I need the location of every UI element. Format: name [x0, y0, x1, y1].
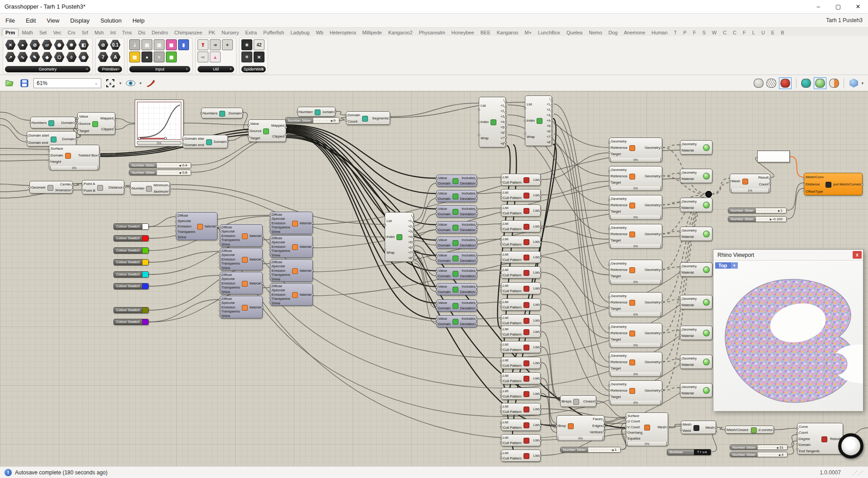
divide-domain[interactable]: DomainCountSegments — [346, 111, 390, 125]
preview-mode-selected[interactable] — [814, 77, 826, 89]
tab-w[interactable]: W — [709, 29, 720, 36]
port-in[interactable] — [219, 231, 221, 233]
port-in[interactable] — [384, 249, 386, 251]
port-out[interactable] — [311, 222, 314, 224]
port-in[interactable] — [247, 124, 250, 127]
colour-swatch-2[interactable]: Colour Swatch — [113, 235, 149, 241]
menu-view[interactable]: View — [41, 15, 65, 26]
port-in[interactable] — [680, 429, 682, 431]
custom-preview-8[interactable]: GeometryMaterial — [680, 355, 712, 369]
cull-pattern-8[interactable]: ListCull PatternList — [501, 282, 541, 294]
port-in[interactable] — [48, 154, 50, 156]
port-in[interactable] — [679, 330, 681, 332]
port-out[interactable] — [539, 272, 542, 274]
port-out[interactable] — [551, 135, 553, 137]
port-in[interactable] — [219, 255, 221, 257]
port-in[interactable] — [625, 416, 627, 419]
tab-dis[interactable]: Dis — [135, 29, 149, 36]
number-slider-9[interactable]: Number Slider9 — [285, 117, 340, 123]
item-picker-icon[interactable]: ≡ — [154, 52, 165, 62]
port-in[interactable] — [729, 180, 731, 182]
port-out[interactable] — [476, 208, 478, 211]
material-b3[interactable]: DiffuseSpecularEmissionTransparencyShine… — [220, 272, 263, 294]
tab-e[interactable]: E — [768, 29, 778, 36]
spiderweb-42-icon[interactable]: 42 — [254, 39, 264, 50]
cull-pattern-6[interactable]: ListCull PatternList — [501, 251, 541, 263]
port-out[interactable] — [216, 225, 218, 227]
rhino-viewport-window[interactable]: Rhino Viewport x Top ▼ — [713, 249, 863, 411]
palette-group-expand[interactable]: + — [118, 67, 120, 71]
port-out[interactable] — [661, 301, 663, 303]
port-in[interactable] — [435, 274, 438, 277]
orient-7[interactable]: GeometryReferenceTargetGeometry0% — [609, 323, 662, 347]
port-in[interactable] — [608, 238, 610, 240]
param-rectangle-icon[interactable]: ▱ — [42, 39, 52, 50]
port-out[interactable] — [505, 121, 507, 123]
relay-icon[interactable]: ➜ — [210, 39, 221, 50]
md-slider-icon[interactable]: ▦ — [166, 39, 177, 50]
port-in[interactable] — [625, 431, 627, 433]
port-in[interactable] — [559, 400, 561, 402]
list-item-main[interactable]: ListIndexWrapi+1+2+3+4+5+6+7+8 — [385, 212, 414, 262]
port-in[interactable] — [26, 141, 28, 143]
preview-eye-icon[interactable] — [125, 78, 136, 89]
cull-pattern-4[interactable]: ListCull PatternList — [501, 220, 541, 232]
port-in[interactable] — [500, 364, 502, 366]
tab-f[interactable]: F — [690, 29, 699, 36]
swatch-color[interactable] — [142, 284, 148, 289]
palette-group-expand[interactable]: + — [261, 67, 264, 71]
swatch-color[interactable] — [142, 308, 148, 313]
port-in[interactable] — [803, 183, 805, 185]
port-in[interactable] — [608, 199, 610, 201]
includes-7[interactable]: ValueDomainIncludesDeviation — [436, 267, 477, 279]
port-in[interactable] — [500, 317, 502, 320]
tab-quelea[interactable]: Quelea — [563, 29, 585, 36]
graph-mapper[interactable]: 0% — [135, 99, 184, 147]
port-in[interactable] — [500, 391, 502, 393]
material-c4[interactable]: DiffuseSpecularEmissionTransparencyShine… — [270, 283, 313, 306]
custom-preview-7[interactable]: GeometryMaterial — [680, 326, 712, 340]
port-in[interactable] — [500, 270, 502, 272]
port-in[interactable] — [524, 133, 526, 135]
param-brep-icon[interactable]: ⬡ — [54, 52, 65, 62]
cull-pattern-19[interactable]: ListCull PatternList — [501, 450, 541, 462]
port-in[interactable] — [435, 307, 438, 309]
port-in[interactable] — [500, 395, 502, 397]
tab-l[interactable]: L — [749, 29, 758, 36]
tab-vec[interactable]: Vec — [50, 29, 64, 36]
domain-start-end-1[interactable]: Domain startDomain endDomain — [27, 131, 76, 147]
tab-extra[interactable]: Extra — [242, 29, 260, 36]
port-out[interactable] — [412, 256, 415, 258]
slider-track[interactable]: 4 — [758, 452, 787, 457]
port-in[interactable] — [679, 144, 681, 147]
port-in[interactable] — [524, 107, 526, 109]
port-out[interactable] — [389, 117, 391, 119]
port-in[interactable] — [435, 240, 438, 242]
port-out[interactable] — [539, 346, 542, 349]
port-out[interactable] — [476, 244, 478, 246]
slider-track[interactable]: 9 — [313, 118, 339, 123]
resize-grip[interactable]: ⋰⋰ — [853, 470, 863, 476]
display-wireframe-icon[interactable] — [766, 79, 776, 88]
port-out[interactable] — [505, 116, 507, 118]
spiderweb-graph-icon[interactable]: ✳ — [241, 39, 252, 50]
port-out[interactable] — [476, 197, 478, 199]
param-curve-icon[interactable]: ∿ — [17, 52, 28, 62]
port-in[interactable] — [608, 337, 610, 339]
create-domain-2[interactable]: NumbersDomain — [201, 108, 243, 118]
port-in[interactable] — [435, 303, 438, 305]
cull-pattern-14[interactable]: ListCull PatternList — [501, 372, 541, 384]
tab-u[interactable]: U — [758, 29, 768, 36]
material-b1[interactable]: DiffuseSpecularEmissionTransparencyShine… — [220, 224, 263, 247]
port-in[interactable] — [500, 208, 502, 210]
port-in[interactable] — [345, 115, 347, 117]
port-in[interactable] — [247, 136, 250, 138]
port-in[interactable] — [679, 266, 681, 269]
save-file-icon[interactable] — [19, 78, 30, 89]
material-c1[interactable]: DiffuseSpecularEmissionTransparencyShine… — [270, 212, 313, 234]
cull-pattern-9[interactable]: ListCull PatternList — [501, 298, 541, 311]
port-in[interactable] — [435, 286, 438, 289]
port-in[interactable] — [182, 138, 184, 141]
domain-start-end-2[interactable]: Domain startDomain endDomain — [183, 135, 228, 148]
port-in[interactable] — [500, 379, 502, 382]
